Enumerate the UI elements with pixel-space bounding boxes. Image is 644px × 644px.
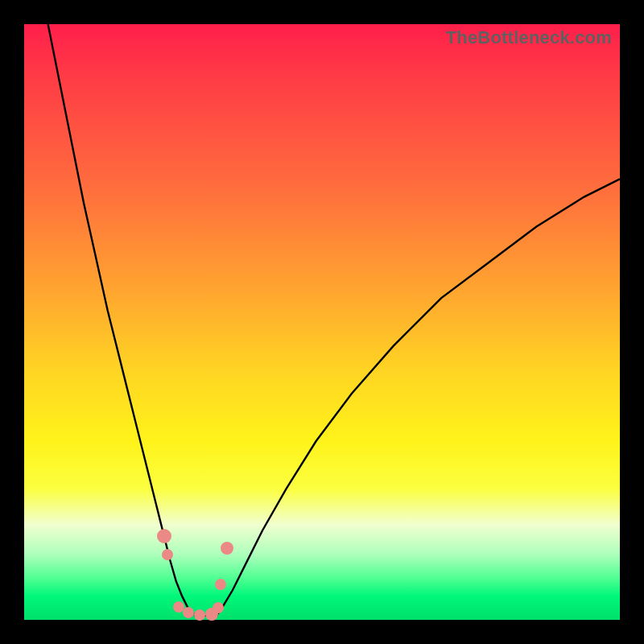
plot-area: TheBottleneck.com: [24, 24, 620, 620]
chart-frame: TheBottleneck.com: [0, 0, 644, 644]
data-marker: [213, 602, 224, 613]
data-marker: [162, 549, 173, 560]
bottleneck-curve: [24, 24, 620, 620]
curve-left: [48, 24, 194, 614]
data-marker: [215, 579, 226, 590]
data-marker: [221, 542, 233, 555]
curve-right: [218, 179, 621, 613]
data-marker: [183, 607, 194, 618]
